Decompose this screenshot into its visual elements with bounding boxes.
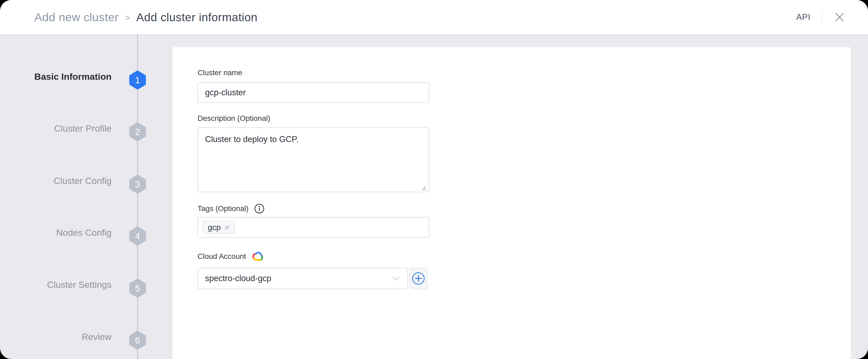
cloud-account-selected-value: spectro-cloud-gcp: [205, 273, 271, 283]
chevron-down-icon: [392, 276, 400, 281]
add-cloud-account-button[interactable]: [409, 268, 428, 289]
step-label: Review: [0, 327, 112, 347]
main-panel: Cluster name Description (Optional) Clus…: [173, 47, 851, 359]
tag-chip: gcp ×: [203, 221, 235, 234]
step-badge: 1: [129, 70, 146, 90]
tags-input[interactable]: gcp ×: [197, 217, 429, 238]
sidebar-step-nodes-config[interactable]: Nodes Config 4: [0, 226, 151, 246]
api-button[interactable]: API: [796, 12, 810, 22]
cluster-name-label: Cluster name: [197, 68, 429, 77]
tags-label-text: Tags (Optional): [197, 204, 249, 213]
breadcrumb: Add new cluster > Add cluster informatio…: [34, 0, 257, 34]
description-field: Description (Optional): [197, 114, 429, 123]
add-cluster-wizard-window: Basic Information 1 Cluster Profile 2 Cl…: [0, 0, 868, 359]
cloud-account-label-text: Cloud Account: [197, 252, 246, 261]
tags-label: Tags (Optional): [197, 203, 429, 214]
cloud-account-field: Cloud Account: [197, 251, 429, 262]
info-circle-icon[interactable]: [254, 203, 265, 214]
header-divider: [822, 10, 822, 25]
step-badge: 5: [129, 279, 146, 298]
step-label: Cluster Config: [0, 171, 112, 190]
step-badge: 3: [129, 174, 146, 194]
step-badge: 6: [129, 330, 146, 350]
cloud-account-label: Cloud Account: [197, 251, 429, 262]
sidebar-step-cluster-config[interactable]: Cluster Config 3: [0, 174, 151, 194]
step-label: Cluster Profile: [0, 119, 112, 138]
step-badge: 4: [129, 226, 146, 246]
tag-chip-remove-icon[interactable]: ×: [224, 223, 229, 232]
tag-chip-label: gcp: [208, 223, 221, 232]
sidebar-step-basic-information[interactable]: Basic Information 1: [0, 70, 151, 90]
description-label: Description (Optional): [197, 114, 429, 123]
header-actions: API: [796, 0, 845, 34]
breadcrumb-parent-link[interactable]: Add new cluster: [34, 11, 119, 24]
close-button[interactable]: [834, 11, 845, 23]
step-label: Nodes Config: [0, 223, 112, 242]
step-badge: 2: [129, 122, 146, 141]
step-label: Cluster Settings: [0, 275, 112, 294]
cluster-name-field: Cluster name: [197, 68, 429, 77]
cloud-account-select[interactable]: spectro-cloud-gcp: [197, 268, 408, 289]
sidebar-step-review[interactable]: Review 6: [0, 330, 151, 350]
breadcrumb-current: Add cluster information: [136, 11, 257, 24]
gcp-cloud-icon: [251, 251, 264, 262]
cluster-name-input[interactable]: [197, 83, 429, 103]
description-textarea[interactable]: Cluster to deploy to GCP.: [197, 127, 429, 192]
cloud-account-row: spectro-cloud-gcp: [197, 268, 429, 289]
plus-circle-icon: [411, 271, 425, 286]
breadcrumb-separator: >: [125, 13, 130, 22]
sidebar-step-cluster-settings[interactable]: Cluster Settings 5: [0, 279, 151, 298]
close-icon: [834, 11, 845, 23]
step-label: Basic Information: [0, 67, 112, 86]
app-header: Add new cluster > Add cluster informatio…: [0, 0, 868, 34]
tags-field: Tags (Optional): [197, 203, 429, 214]
sidebar-step-cluster-profile[interactable]: Cluster Profile 2: [0, 122, 151, 141]
